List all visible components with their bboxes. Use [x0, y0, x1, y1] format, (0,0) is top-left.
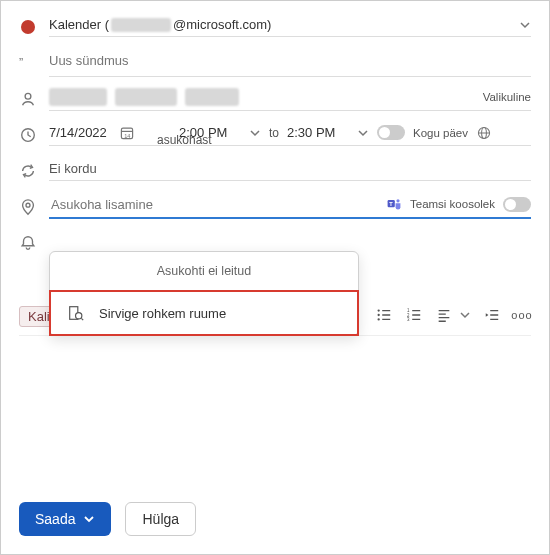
align-icon[interactable] — [435, 306, 453, 324]
globe-icon[interactable] — [476, 125, 492, 141]
send-button-label: Saada — [35, 511, 75, 527]
search-room-icon — [67, 304, 85, 322]
calendar-icon[interactable]: 14 — [119, 125, 135, 141]
svg-point-14 — [378, 314, 380, 316]
calendar-color-dot — [19, 18, 37, 36]
quote-icon: ” — [19, 54, 37, 72]
date-picker[interactable]: 7/14/2022 — [49, 125, 111, 140]
svg-text:”: ” — [19, 56, 23, 70]
asukohast-overlay-label: asukohast — [157, 133, 212, 147]
location-input[interactable] — [49, 196, 378, 213]
recurrence-picker[interactable]: Ei kordu — [49, 161, 531, 181]
recurrence-value: Ei kordu — [49, 161, 97, 176]
svg-text:14: 14 — [124, 132, 130, 138]
end-time-picker[interactable]: 2:30 PM — [287, 125, 349, 140]
discard-button[interactable]: Hülga — [125, 502, 196, 536]
location-suggestions-popup: Asukohti ei leitud Sirvige rohkem ruume — [49, 251, 359, 336]
chevron-down-icon[interactable] — [459, 309, 471, 321]
chevron-down-icon[interactable] — [249, 127, 261, 139]
person-icon — [19, 90, 37, 108]
to-label: to — [269, 126, 279, 140]
more-icon[interactable]: ooo — [513, 306, 531, 324]
chevron-down-icon[interactable] — [83, 513, 95, 525]
chevron-down-icon — [519, 19, 531, 31]
svg-point-12 — [76, 313, 82, 319]
browse-more-rooms-item[interactable]: Sirvige rohkem ruume — [49, 290, 359, 336]
svg-point-13 — [378, 309, 380, 311]
teams-meeting-label: Teamsi koosolek — [410, 198, 495, 210]
optional-attendees-link[interactable]: Valikuline — [483, 91, 531, 103]
numbered-list-icon[interactable]: 123 — [405, 306, 423, 324]
svg-point-7 — [26, 203, 30, 207]
calendar-name-prefix: Kalender ( — [49, 17, 109, 32]
teams-meeting-toggle[interactable] — [503, 197, 531, 212]
svg-point-15 — [378, 318, 380, 320]
svg-point-10 — [396, 199, 399, 202]
outdent-icon[interactable] — [483, 306, 501, 324]
clock-icon — [19, 126, 37, 144]
send-button[interactable]: Saada — [19, 502, 111, 536]
event-title-input[interactable] — [49, 49, 531, 72]
svg-text:3: 3 — [407, 317, 410, 322]
attendee-chip — [49, 88, 107, 106]
recurrence-icon — [19, 162, 37, 180]
attendee-chip — [115, 88, 177, 106]
browse-more-rooms-label: Sirvige rohkem ruume — [99, 306, 226, 321]
svg-text:T: T — [389, 201, 393, 207]
bell-icon — [19, 234, 37, 252]
svg-point-1 — [25, 93, 31, 99]
all-day-label: Kogu päev — [413, 127, 468, 139]
calendar-picker[interactable]: Kalender ( @microsoft.com) — [49, 17, 531, 37]
discard-button-label: Hülga — [142, 511, 179, 527]
attendee-chip — [185, 88, 239, 106]
popup-header: Asukohti ei leitud — [50, 252, 358, 291]
redacted-account — [111, 18, 171, 32]
attendees-field[interactable]: Valikuline — [49, 88, 531, 111]
calendar-name-domain: @microsoft.com) — [173, 17, 271, 32]
all-day-toggle[interactable] — [377, 125, 405, 140]
bulleted-list-icon[interactable] — [375, 306, 393, 324]
location-icon — [19, 198, 37, 216]
chevron-down-icon[interactable] — [357, 127, 369, 139]
teams-icon: T — [386, 196, 402, 212]
